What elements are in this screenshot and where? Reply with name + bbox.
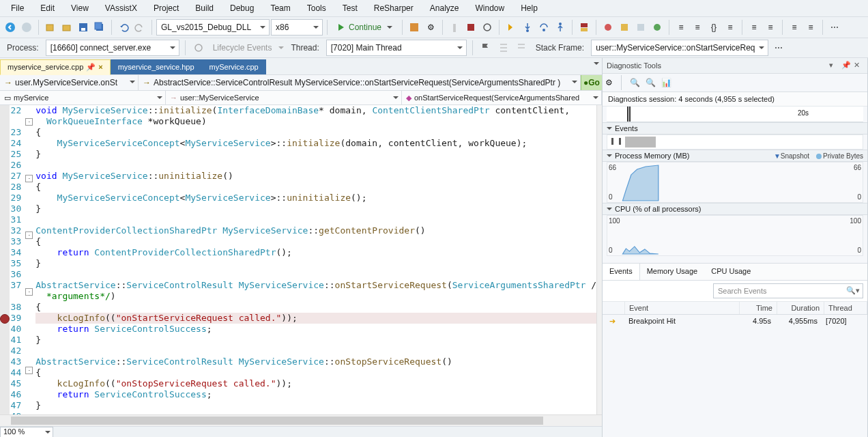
va-scope-combo[interactable]: →user.MyServiceService.onSt [0, 75, 139, 90]
fold-button[interactable]: - [25, 118, 33, 126]
menu-analyze[interactable]: Analyze [422, 1, 467, 16]
search-events-input[interactable]: Search Events🔍▾ [713, 283, 863, 298]
tab-myservice-cpp2[interactable]: myService.cpp [202, 59, 266, 74]
fold-button[interactable]: - [25, 288, 33, 296]
code-editor[interactable]: 2223242526272829303132333435363738394041… [0, 105, 602, 414]
stackframe-combo[interactable]: user::MyServiceService::onStartServiceRe… [591, 40, 768, 56]
menu-view[interactable]: View [63, 1, 97, 16]
open-icon[interactable] [59, 20, 74, 35]
vs-member-combo[interactable]: ◆onStartServiceRequest(ServiceArgumentsS… [402, 91, 602, 104]
app-icon[interactable] [407, 20, 422, 35]
step-out-icon[interactable] [553, 20, 568, 35]
horizontal-scrollbar[interactable] [0, 414, 602, 426]
menu-test[interactable]: Test [334, 1, 366, 16]
diag-tab-cpu[interactable]: CPU Usage [704, 264, 757, 280]
nav-back-button[interactable] [3, 20, 18, 35]
cpu-section[interactable]: CPU (% of all processors) [603, 203, 867, 215]
show-next-icon[interactable] [504, 20, 519, 35]
config-combo[interactable]: GL_vs2015_Debug_DLL [156, 19, 270, 36]
menu-window[interactable]: Window [467, 1, 512, 16]
vs-type-combo[interactable]: →user::MyServiceService [166, 91, 402, 104]
new-project-icon[interactable] [43, 20, 58, 35]
step-into-icon[interactable] [520, 20, 535, 35]
cpu-chart: 100 100 0 0 [607, 215, 863, 256]
menu-file[interactable]: File [3, 1, 32, 16]
diag-tab-events[interactable]: Events [603, 264, 640, 280]
vs-project-combo[interactable]: ▭myService [0, 91, 166, 104]
menu-vassistx[interactable]: VAssistX [97, 1, 145, 16]
process-combo[interactable]: [16660] connect_server.exe [46, 40, 179, 56]
menu-debug[interactable]: Debug [222, 1, 262, 16]
memory-section[interactable]: Process Memory (MB) ▼SnapshotPrivate Byt… [603, 150, 867, 162]
menu-edit[interactable]: Edit [32, 1, 63, 16]
breakpoint-icon[interactable] [0, 314, 10, 324]
stop-icon[interactable] [463, 20, 478, 35]
overflow-icon[interactable]: ⋯ [827, 20, 842, 35]
va-icon-10[interactable]: ≡ [763, 20, 778, 35]
menu-help[interactable]: Help [512, 1, 546, 16]
tab-myservice-cpp[interactable]: myservice_service.cpp📌× [0, 59, 111, 75]
restart-icon[interactable] [480, 20, 495, 35]
pin-icon[interactable]: 📌 [841, 61, 851, 70]
menu-tools[interactable]: Tools [299, 1, 334, 16]
menu-bar: File Edit View VAssistX Project Build De… [0, 0, 868, 17]
diag-tab-memory[interactable]: Memory Usage [640, 264, 705, 280]
va-icon-12[interactable]: ≡ [803, 20, 818, 35]
vs-navbar: ▭myService →user::MyServiceService ◆onSt… [0, 91, 602, 105]
continue-button[interactable]: Continue [332, 20, 398, 35]
thread-combo[interactable]: [7020] Main Thread [326, 40, 467, 56]
nav-fwd-button[interactable] [19, 20, 34, 35]
zoom-out-icon[interactable]: 🔍 [646, 78, 656, 87]
go-button[interactable]: ●Go [581, 75, 602, 90]
lifecycle-icon[interactable] [191, 40, 206, 55]
tab-overflow-icon[interactable] [594, 62, 599, 68]
fold-button[interactable]: - [25, 367, 33, 374]
undo-icon[interactable] [116, 20, 131, 35]
fold-button[interactable]: - [25, 231, 33, 239]
save-icon[interactable] [76, 20, 91, 35]
debug-prop-icon[interactable]: ⚙ [423, 20, 438, 35]
vertical-scrollbar[interactable] [596, 105, 602, 414]
va-icon-9[interactable]: ≡ [747, 20, 762, 35]
flag-icon[interactable] [478, 40, 493, 55]
va-icon-11[interactable]: ≡ [787, 20, 802, 35]
time-ruler[interactable]: 20s [607, 107, 863, 122]
overflow-icon-2[interactable]: ⋯ [771, 40, 786, 55]
va-icon-6[interactable]: ≡ [690, 20, 705, 35]
window-menu-icon[interactable]: ▾ [829, 61, 839, 70]
diag-toolbar: ⚙ 🔍 🔍 📊 [603, 74, 867, 92]
step-over-icon[interactable] [536, 20, 551, 35]
menu-team[interactable]: Team [262, 1, 298, 16]
events-section[interactable]: Events [603, 122, 867, 135]
svg-point-20 [195, 44, 202, 51]
threads-icon[interactable] [496, 40, 511, 55]
zoom-combo[interactable]: 100 % [0, 427, 53, 437]
zoom-in-icon[interactable]: 🔍 [630, 78, 640, 87]
va-icon-4[interactable] [650, 20, 665, 35]
pause-icon[interactable]: ‖ [447, 20, 462, 35]
va-member-combo[interactable]: →AbstractService::ServiceControlResult M… [139, 75, 581, 90]
chart-icon[interactable]: 📊 [661, 78, 671, 87]
va-icon-7[interactable]: {} [706, 20, 721, 35]
va-icon-8[interactable]: ≡ [723, 20, 738, 35]
pin-icon[interactable]: 📌 [86, 63, 96, 71]
menu-build[interactable]: Build [187, 1, 222, 16]
close-icon[interactable]: ✕ [854, 61, 863, 70]
save-all-icon[interactable] [92, 20, 107, 35]
va-icon-5[interactable]: ≡ [674, 20, 689, 35]
fold-button[interactable]: - [25, 175, 33, 182]
platform-combo[interactable]: x86 [271, 19, 323, 36]
va-icon-2[interactable] [617, 20, 632, 35]
menu-resharper[interactable]: ReSharper [366, 1, 422, 16]
close-icon[interactable]: × [98, 63, 102, 71]
gear-icon[interactable]: ⚙ [605, 78, 613, 87]
svg-point-12 [542, 29, 545, 31]
event-row[interactable]: ➔ Breakpoint Hit 4.95s 4,955ms [7020] [603, 315, 867, 328]
menu-project[interactable]: Project [145, 1, 187, 16]
watch-icon[interactable] [577, 20, 592, 35]
threads-icon-2[interactable] [514, 40, 529, 55]
va-icon-1[interactable] [601, 20, 616, 35]
tab-myservice-hpp[interactable]: myservice_service.hpp [111, 59, 202, 74]
va-icon-3[interactable] [633, 20, 648, 35]
redo-icon[interactable] [132, 20, 147, 35]
